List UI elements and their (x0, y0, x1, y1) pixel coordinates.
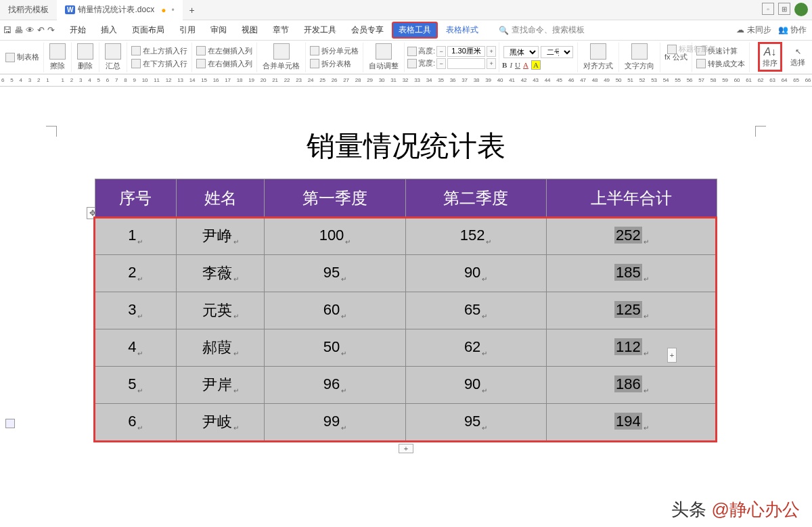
summary-button[interactable]: 汇总 (102, 43, 124, 71)
row-height-control[interactable]: 高度: − + (407, 46, 496, 57)
height-increase[interactable]: + (487, 46, 496, 57)
print-icon[interactable]: 🖶 (14, 25, 23, 35)
table-row[interactable]: 4↵郝葭↵50↵62↵112↵ (95, 329, 717, 367)
table-cell[interactable]: 1↵ (95, 218, 177, 255)
table-cell[interactable]: 186↵ (546, 367, 717, 404)
add-row-button[interactable]: + (399, 444, 413, 453)
table-cell[interactable]: 252↵ (546, 218, 717, 255)
italic-button[interactable]: I (510, 61, 512, 69)
table-cell[interactable]: 96↵ (265, 367, 405, 404)
height-decrease[interactable]: − (436, 46, 446, 57)
layout-icon-2[interactable]: ⊞ (778, 3, 790, 15)
width-input[interactable] (447, 58, 485, 69)
table-cell[interactable]: 125↵ (546, 292, 717, 329)
menu-4[interactable]: 审阅 (204, 22, 233, 39)
tab-document[interactable]: W 销量情况统计表.docx ● • (57, 0, 183, 20)
insert-col-right-button[interactable]: 在右侧插入列 (195, 58, 254, 70)
highlight-button[interactable]: A (531, 60, 541, 70)
split-table-button[interactable]: 拆分表格 (309, 58, 360, 70)
collab-button[interactable]: 👥 协作 (778, 24, 807, 36)
table-cell[interactable]: 95↵ (405, 404, 546, 441)
table-header[interactable]: 序号 (95, 179, 177, 218)
table-cell[interactable]: 95↵ (265, 255, 405, 292)
delete-button[interactable]: 删除 (74, 43, 96, 71)
table-header[interactable]: 上半年合计 (546, 179, 717, 218)
menu-3[interactable]: 引用 (173, 22, 202, 39)
menu-2[interactable]: 页面布局 (125, 22, 171, 39)
select-button[interactable]: ↖选择 (788, 47, 808, 68)
table-row[interactable]: 5↵尹岸↵96↵90↵186↵ (95, 367, 717, 404)
add-col-button[interactable]: + (667, 348, 677, 363)
table-cell[interactable]: 5↵ (95, 367, 177, 404)
table-cell[interactable]: 90↵ (405, 367, 546, 404)
table-row[interactable]: 2↵李薇↵95↵90↵185↵ (95, 255, 717, 292)
font-family-select[interactable]: 黑体 (503, 46, 539, 58)
table-cell[interactable]: 李薇↵ (176, 255, 265, 292)
table-cell[interactable]: 99↵ (265, 404, 405, 441)
table-cell[interactable]: 112↵ (546, 329, 717, 367)
col-width-control[interactable]: 宽度: − + (407, 58, 496, 69)
table-cell[interactable]: 62↵ (405, 329, 546, 367)
text-direction-button[interactable]: 文字方向 (622, 43, 657, 71)
preview-icon[interactable]: 👁 (26, 25, 35, 35)
bold-button[interactable]: B (502, 61, 507, 69)
new-tab-button[interactable]: + (183, 5, 202, 16)
table-header[interactable]: 姓名 (176, 179, 265, 218)
table-cell[interactable]: 152↵ (405, 218, 546, 255)
table-cell[interactable]: 4↵ (95, 329, 177, 367)
table-cell[interactable]: 元英↵ (176, 292, 265, 329)
table-row[interactable]: 6↵尹岐↵99↵95↵194↵ (95, 404, 717, 441)
underline-button[interactable]: U (515, 61, 520, 69)
table-header[interactable]: 第一季度 (265, 179, 405, 218)
table-cell[interactable]: 尹峥↵ (176, 218, 265, 255)
menu-1[interactable]: 插入 (94, 22, 124, 39)
table-cell[interactable]: 尹岸↵ (176, 367, 265, 404)
table-cell[interactable]: 185↵ (546, 255, 717, 292)
table-cell[interactable]: 90↵ (405, 255, 546, 292)
erase-button[interactable]: 擦除 (47, 43, 68, 71)
status-indicator[interactable] (5, 419, 15, 428)
copy-table-button[interactable]: 制表格 (4, 51, 41, 63)
menu-7[interactable]: 开发工具 (297, 22, 343, 39)
menu-10[interactable]: 表格样式 (439, 22, 485, 39)
table-cell[interactable]: 6↵ (95, 404, 177, 441)
tab-template[interactable]: 找稻壳模板 (0, 0, 57, 20)
table-cell[interactable]: 尹岐↵ (176, 404, 265, 441)
insert-row-above-button[interactable]: 在上方插入行 (130, 45, 189, 57)
sync-status[interactable]: ☁ 未同步 (736, 24, 771, 36)
undo-icon[interactable]: ↶ (37, 25, 45, 35)
split-cell-button[interactable]: 拆分单元格 (309, 45, 360, 57)
convert-text-button[interactable]: 转换成文本 (695, 58, 746, 70)
merge-cells-button[interactable]: 合并单元格 (260, 43, 302, 71)
close-icon[interactable]: • (171, 5, 174, 15)
sales-table[interactable]: 序号姓名第一季度第二季度上半年合计1↵尹峥↵100↵152↵252↵2↵李薇↵9… (95, 179, 717, 441)
table-cell[interactable]: 郝葭↵ (176, 329, 265, 367)
table-cell[interactable]: 50↵ (265, 329, 405, 367)
table-cell[interactable]: 65↵ (405, 292, 546, 329)
font-size-select[interactable]: 二号 (541, 46, 573, 58)
table-cell[interactable]: 100↵ (265, 218, 405, 255)
menu-9[interactable]: 表格工具 (392, 22, 438, 39)
table-row[interactable]: 3↵元英↵60↵65↵125↵ (95, 292, 717, 329)
height-input[interactable] (447, 46, 485, 57)
save-icon[interactable]: 🖫 (3, 25, 12, 35)
width-increase[interactable]: + (487, 58, 496, 69)
table-cell[interactable]: 3↵ (95, 292, 177, 329)
width-decrease[interactable]: − (436, 58, 446, 69)
command-search[interactable]: 🔍 查找命令、搜索模板 (499, 24, 585, 36)
autofit-button[interactable]: 自动调整 (366, 43, 401, 71)
insert-col-left-button[interactable]: 在左侧插入列 (195, 45, 254, 57)
menu-6[interactable]: 章节 (266, 22, 296, 39)
table-cell[interactable]: 2↵ (95, 255, 177, 292)
menu-0[interactable]: 开始 (63, 22, 93, 39)
menu-8[interactable]: 会员专享 (344, 22, 390, 39)
user-avatar[interactable] (794, 3, 808, 16)
title-repeat-button[interactable]: 标题行重复 (666, 43, 717, 55)
table-row[interactable]: 1↵尹峥↵100↵152↵252↵ (95, 218, 717, 255)
insert-row-below-button[interactable]: 在下方插入行 (130, 58, 189, 70)
table-cell[interactable]: 60↵ (265, 292, 405, 329)
font-color-button[interactable]: A (523, 61, 528, 69)
layout-icon-1[interactable]: ▫ (762, 3, 774, 15)
align-button[interactable]: 对齐方式 (581, 43, 616, 71)
menu-5[interactable]: 视图 (235, 22, 265, 39)
